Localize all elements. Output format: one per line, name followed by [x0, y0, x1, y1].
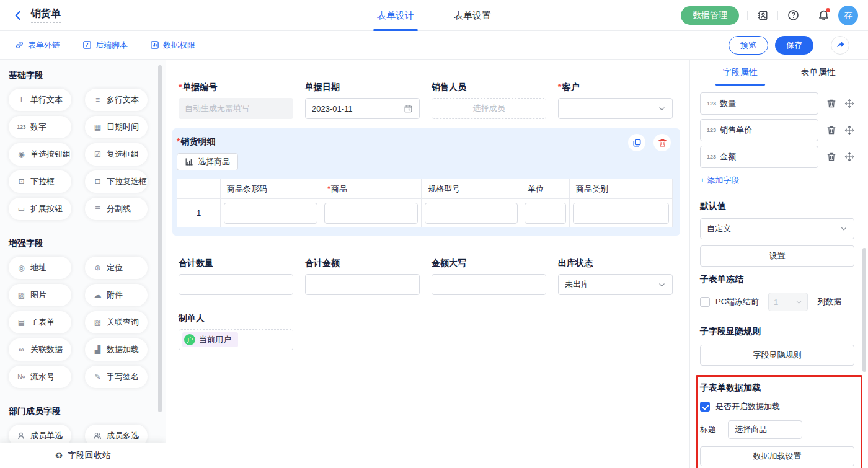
delete-subfield-button[interactable] — [826, 152, 836, 162]
unit-cell-input[interactable] — [525, 203, 566, 224]
share-button[interactable] — [831, 36, 849, 55]
subfield-input[interactable]: 123数量 — [700, 92, 818, 115]
total-qty-input[interactable] — [179, 274, 293, 295]
sidebar-item-divider-line[interactable]: ≣分割线 — [85, 198, 148, 220]
user-avatar[interactable]: 存 — [838, 6, 858, 25]
form-canvas: *单据编号 自动生成无需填写 单据日期 2023-01-11 销售人员 选择成员… — [166, 60, 689, 468]
sidebar-item-dropdown[interactable]: ⊡下拉框 — [9, 170, 71, 193]
sidebar-item-related-query[interactable]: ▧关联查询 — [85, 311, 148, 333]
field-salesperson[interactable]: 销售人员 选择成员 — [432, 82, 546, 119]
data-permission-button[interactable]: 数据权限 — [150, 40, 195, 51]
sidebar-item-location[interactable]: ⊕定位 — [85, 257, 148, 279]
section-title-member-fields: 部门成员字段 — [9, 406, 166, 417]
sidebar-item-signature[interactable]: ✎手写签名 — [85, 366, 148, 388]
sidebar-item-number[interactable]: 123数字 — [9, 116, 71, 138]
total-amount-input[interactable] — [305, 274, 420, 295]
spec-cell-input[interactable] — [425, 203, 518, 224]
move-subfield-handle[interactable] — [844, 125, 854, 135]
notification-dot — [826, 8, 830, 12]
field-recycle-bin[interactable]: ♻ 字段回收站 — [0, 443, 166, 468]
address-book-icon[interactable] — [756, 9, 769, 22]
data-load-title-input[interactable]: 选择商品 — [728, 420, 802, 439]
user-tag-text: 当前用户 — [199, 334, 231, 345]
sidebar-item-related-data[interactable]: ∞关联数据 — [9, 338, 71, 361]
field-amount-words[interactable]: 金额大写 — [432, 258, 546, 295]
tab-form-settings[interactable]: 表单设置 — [454, 0, 491, 31]
delete-subfield-button[interactable] — [826, 125, 836, 135]
subfield-input[interactable]: 123金额 — [700, 146, 818, 168]
back-button[interactable] — [11, 9, 25, 22]
delete-subform-button[interactable] — [653, 134, 671, 151]
sidebar-item-single-line-text[interactable]: T单行文本 — [9, 89, 71, 111]
help-icon[interactable] — [786, 9, 800, 22]
subform-sales-detail[interactable]: *销货明细 选择商品 商品条形码 *商品 — [172, 128, 680, 236]
external-link-button[interactable]: 表单外链 — [15, 40, 60, 51]
data-manage-button[interactable]: 数据管理 — [681, 6, 739, 25]
notification-bell-icon[interactable] — [817, 9, 830, 22]
field-stock-status[interactable]: 出库状态 未出库 — [558, 258, 673, 295]
add-field-link[interactable]: + 添加字段 — [700, 175, 739, 186]
data-load-settings-button[interactable]: 数据加载设置 — [700, 446, 854, 466]
recycle-bin-label: 字段回收站 — [68, 450, 111, 461]
salesperson-input[interactable]: 选择成员 — [432, 98, 546, 119]
sidebar-item-data-load[interactable]: ▟数据加载 — [85, 338, 148, 361]
sidebar-item-checkbox-group[interactable]: ☑复选框组 — [85, 143, 148, 166]
sidebar-item-subform[interactable]: ▤子表单 — [9, 311, 71, 333]
duplicate-subform-button[interactable] — [628, 134, 645, 151]
sidebar-item-label: 附件 — [107, 289, 123, 301]
sidebar-item-multi-line-text[interactable]: ≡多行文本 — [85, 89, 148, 111]
subfield-input[interactable]: 123销售单价 — [700, 119, 818, 141]
barcode-cell-input[interactable] — [224, 203, 317, 224]
panel-scrollbar[interactable] — [862, 248, 866, 372]
category-cell-input[interactable] — [573, 203, 669, 224]
stock-status-select[interactable]: 未出库 — [558, 274, 673, 295]
sidebar-item-serial-number[interactable]: №流水号 — [9, 366, 71, 388]
customer-select[interactable] — [558, 98, 673, 119]
trash-icon — [826, 99, 836, 108]
field-doc-number[interactable]: *单据编号 自动生成无需填写 — [179, 82, 293, 119]
backend-script-button[interactable]: 后端脚本 — [82, 40, 128, 51]
field-label: 合计金额 — [305, 258, 340, 269]
sidebar-item-address[interactable]: ◎地址 — [9, 257, 71, 279]
delete-subfield-button[interactable] — [826, 99, 836, 108]
field-doc-date[interactable]: 单据日期 2023-01-11 — [305, 82, 420, 119]
visibility-rules-button[interactable]: 字段显隐规则 — [700, 345, 854, 366]
number-type-icon: 123 — [707, 100, 716, 107]
move-subfield-handle[interactable] — [844, 99, 854, 108]
amount-words-input[interactable] — [432, 274, 546, 295]
field-total-amount[interactable]: 合计金额 — [305, 258, 420, 295]
freeze-checkbox[interactable] — [700, 297, 710, 307]
field-creator[interactable]: 制单人 户 当前用户 — [179, 313, 689, 350]
sidebar-item-extend-button[interactable]: ▭扩展按钮 — [9, 198, 71, 220]
doc-number-input[interactable]: 自动生成无需填写 — [179, 98, 293, 119]
sidebar-item-attachment[interactable]: ☁附件 — [85, 284, 148, 306]
sidebar-item-dropdown-multi[interactable]: ⊟下拉复选框 — [85, 170, 148, 193]
column-header-index — [177, 179, 221, 199]
default-value-select[interactable]: 自定义 — [700, 218, 854, 239]
move-subfield-handle[interactable] — [844, 152, 854, 162]
sidebar-item-label: 关联数据 — [30, 344, 63, 355]
freeze-count-select[interactable]: 1 — [768, 293, 808, 311]
data-load-checkbox[interactable] — [700, 402, 710, 412]
sidebar-item-datetime[interactable]: ▦日期时间 — [85, 116, 148, 138]
sidebar-item-radio-group[interactable]: ◉单选按钮组 — [9, 143, 71, 166]
product-cell-input[interactable] — [324, 203, 418, 224]
default-value-set-button[interactable]: 设置 — [700, 245, 854, 267]
member-multi-icon — [93, 431, 102, 440]
default-value-text: 自定义 — [707, 223, 731, 234]
save-button[interactable]: 保存 — [775, 36, 813, 55]
field-label: 合计数量 — [179, 258, 213, 269]
tab-form-design[interactable]: 表单设计 — [377, 0, 414, 31]
sidebar-item-image[interactable]: ▨图片 — [9, 284, 71, 306]
subform-table: 商品条形码 *商品 规格型号 单位 商品类别 1 — [177, 179, 673, 227]
backend-script-label: 后端脚本 — [95, 40, 128, 51]
sidebar-scrollbar[interactable] — [158, 65, 162, 412]
field-total-qty[interactable]: 合计数量 — [179, 258, 293, 295]
field-customer[interactable]: *客户 — [558, 82, 673, 119]
tab-form-properties[interactable]: 表单属性 — [801, 60, 836, 86]
tab-field-properties[interactable]: 字段属性 — [723, 60, 758, 86]
doc-date-input[interactable]: 2023-01-11 — [305, 98, 420, 119]
preview-button[interactable]: 预览 — [728, 36, 768, 55]
creator-input[interactable]: 户 当前用户 — [179, 329, 293, 350]
select-product-button[interactable]: 选择商品 — [177, 153, 238, 170]
